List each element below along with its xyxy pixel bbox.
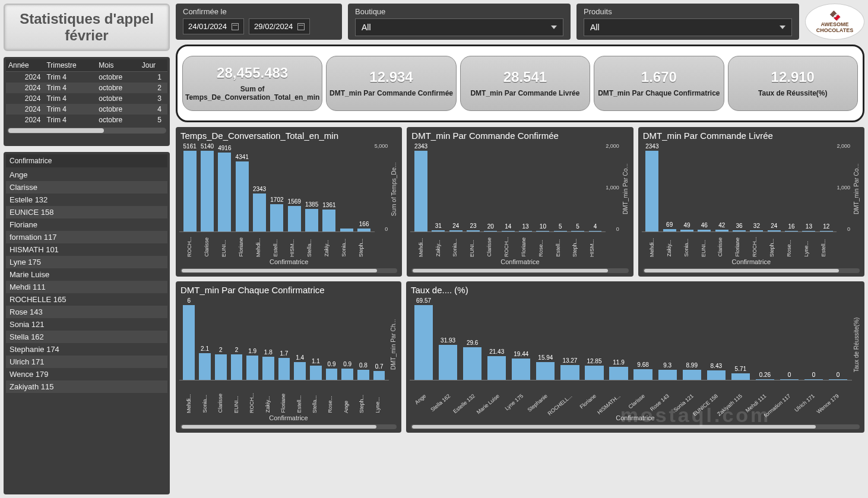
- bar[interactable]: [294, 362, 306, 380]
- bar[interactable]: [183, 305, 195, 380]
- slicer-item[interactable]: formation 117: [6, 231, 167, 243]
- col-header[interactable]: Année: [6, 59, 44, 72]
- bar[interactable]: [683, 370, 701, 380]
- slicer-item[interactable]: Lyne 175: [6, 256, 167, 268]
- date-table-scrollbar[interactable]: [7, 128, 166, 134]
- bar[interactable]: [484, 231, 497, 231]
- slicer-item[interactable]: Clarisse: [6, 181, 167, 194]
- bar[interactable]: [357, 229, 370, 231]
- table-row[interactable]: 2024Trim 4octobre1: [6, 72, 167, 83]
- bar[interactable]: [463, 347, 481, 380]
- produits-dropdown[interactable]: All: [584, 18, 792, 36]
- boutique-dropdown[interactable]: All: [355, 18, 563, 36]
- bar[interactable]: [633, 369, 652, 380]
- bar[interactable]: [804, 379, 823, 380]
- bar[interactable]: [414, 151, 427, 231]
- slicer-item[interactable]: Stephanie 174: [6, 343, 167, 356]
- bar[interactable]: [698, 230, 711, 231]
- bar[interactable]: [785, 231, 798, 231]
- table-row[interactable]: 2024Trim 4octobre3: [6, 93, 167, 104]
- bar[interactable]: [756, 379, 774, 380]
- bar[interactable]: [768, 230, 781, 231]
- bar[interactable]: [246, 356, 258, 380]
- chart-scrollbar[interactable]: [411, 268, 628, 273]
- bar[interactable]: [305, 209, 318, 231]
- bar[interactable]: [663, 229, 676, 231]
- slicer-item[interactable]: Estelle 132: [6, 194, 167, 206]
- slicer-item[interactable]: Marie Luise: [6, 268, 167, 281]
- bar[interactable]: [183, 151, 197, 231]
- slicer-item[interactable]: EUNICE 158: [6, 206, 167, 218]
- slicer-item[interactable]: Zakiyath 115: [6, 380, 167, 393]
- col-header[interactable]: Mois: [96, 59, 139, 72]
- bar[interactable]: [571, 231, 584, 231]
- bar[interactable]: [512, 359, 530, 380]
- bar[interactable]: [215, 354, 227, 380]
- slicer-item[interactable]: Floriane: [6, 218, 167, 231]
- confirmatrice-slicer[interactable]: Confirmatrice AngeClarisseEstelle 132EUN…: [4, 152, 170, 494]
- bar[interactable]: [340, 229, 353, 231]
- bar[interactable]: [357, 370, 369, 380]
- slicer-item[interactable]: Ange: [6, 169, 167, 181]
- bar[interactable]: [199, 353, 211, 380]
- bar[interactable]: [218, 153, 231, 231]
- slicer-item[interactable]: ROCHELLE 165: [6, 293, 167, 306]
- col-header[interactable]: Trimestre: [44, 59, 96, 72]
- bar[interactable]: [502, 231, 515, 231]
- bar[interactable]: [231, 354, 243, 380]
- bar[interactable]: [439, 345, 457, 380]
- bar[interactable]: [326, 369, 338, 380]
- chart-c1[interactable]: Temps_De_Conversation_Total_en_min516151…: [176, 127, 402, 277]
- slicer-item[interactable]: Wence 179: [6, 368, 167, 380]
- date-table[interactable]: AnnéeTrimestreMoisJour 2024Trim 4octobre…: [4, 57, 170, 146]
- chart-scrollbar[interactable]: [643, 268, 860, 273]
- bar[interactable]: [609, 367, 628, 380]
- bar[interactable]: [802, 231, 815, 231]
- chart-c5[interactable]: Taux de.... (%)69.5731.9329.621.4319.441…: [406, 281, 864, 433]
- col-header[interactable]: Jour: [140, 59, 167, 72]
- slicer-item[interactable]: Sonia 121: [6, 318, 167, 331]
- bar[interactable]: [432, 230, 445, 231]
- bar[interactable]: [554, 231, 567, 231]
- table-row[interactable]: 2024Trim 4octobre4: [6, 104, 167, 115]
- bar[interactable]: [560, 365, 579, 380]
- bar[interactable]: [519, 231, 532, 231]
- chart-c2[interactable]: DMT_min Par Commande Confirmée2343312423…: [407, 127, 633, 277]
- bar[interactable]: [536, 231, 549, 231]
- bar[interactable]: [467, 230, 480, 231]
- bar[interactable]: [536, 362, 555, 380]
- slicer-item[interactable]: HISMATH 101: [6, 243, 167, 256]
- bar[interactable]: [733, 230, 746, 231]
- chart-c4[interactable]: DMT_min Par Chaque Confirmatrice62.1221.…: [176, 281, 401, 433]
- chart-c3[interactable]: DMT_min Par Commande Livrée2343694946423…: [638, 127, 864, 277]
- bar[interactable]: [680, 230, 693, 231]
- slicer-item[interactable]: Ulrich 171: [6, 356, 167, 368]
- bar[interactable]: [414, 305, 433, 380]
- bar[interactable]: [731, 373, 750, 380]
- bar[interactable]: [487, 356, 506, 380]
- bar[interactable]: [820, 231, 833, 231]
- bar[interactable]: [262, 357, 274, 379]
- bar[interactable]: [373, 371, 385, 380]
- bar[interactable]: [270, 204, 283, 231]
- bar[interactable]: [253, 194, 266, 231]
- bar[interactable]: [201, 151, 214, 231]
- bar[interactable]: [829, 379, 847, 380]
- slicer-item[interactable]: Mehdi 111: [6, 281, 167, 293]
- bar[interactable]: [658, 370, 677, 380]
- bar[interactable]: [585, 366, 603, 380]
- bar[interactable]: [278, 358, 290, 379]
- bar[interactable]: [322, 210, 335, 231]
- date-end-input[interactable]: 29/02/2024: [249, 18, 310, 34]
- table-row[interactable]: 2024Trim 4octobre5: [6, 115, 167, 125]
- slicer-item[interactable]: Stella 162: [6, 331, 167, 343]
- table-row[interactable]: 2024Trim 4octobre2: [6, 83, 167, 93]
- chart-scrollbar[interactable]: [180, 424, 397, 429]
- bar[interactable]: [707, 370, 726, 380]
- bar[interactable]: [288, 206, 301, 231]
- bar[interactable]: [236, 161, 249, 231]
- bar[interactable]: [645, 151, 658, 231]
- bar[interactable]: [589, 231, 602, 231]
- bar[interactable]: [341, 369, 353, 380]
- slicer-item[interactable]: Rose 143: [6, 306, 167, 318]
